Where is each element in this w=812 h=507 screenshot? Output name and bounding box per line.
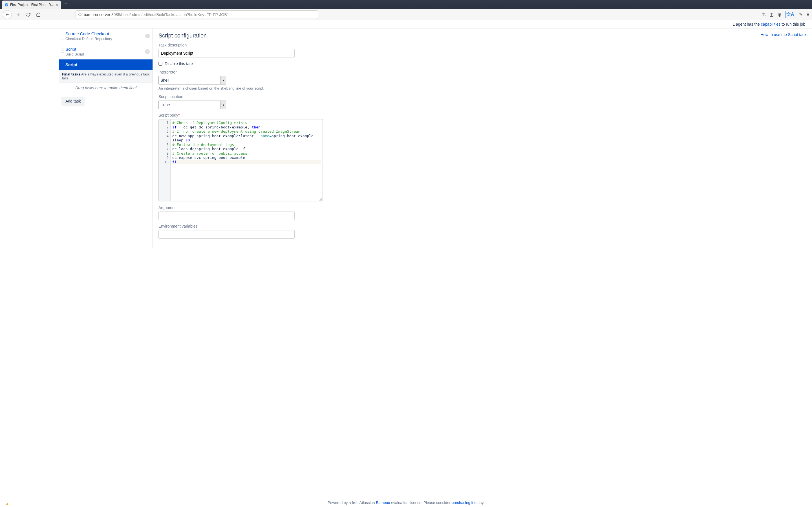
final-tasks-label: Final tasks — [62, 72, 80, 76]
env-vars-label: Environment variables — [158, 224, 806, 228]
argument-input[interactable] — [158, 212, 295, 220]
reload-icon — [26, 12, 31, 17]
env-vars-input[interactable] — [158, 230, 295, 238]
task-subtitle: Build Script — [65, 52, 149, 56]
drag-handle-icon[interactable] — [61, 47, 64, 56]
script-location-label: Script location — [158, 94, 806, 99]
home-button[interactable] — [35, 11, 42, 18]
arrow-right-icon — [16, 12, 20, 17]
task-title: Script — [65, 62, 149, 67]
delete-task-icon[interactable]: × — [145, 34, 150, 38]
translate-icon[interactable]: 文A — [785, 11, 795, 18]
forward-button[interactable] — [14, 11, 22, 18]
close-tab-icon[interactable]: × — [56, 3, 58, 7]
task-item-source-checkout[interactable]: Source Code Checkout Checkout Default Re… — [59, 29, 153, 44]
final-tasks-dropzone[interactable]: Drag tasks here to make them final — [59, 83, 153, 93]
bamboo-favicon — [4, 3, 8, 7]
browser-tab-strip: First Project - First Plan - Defau × + — [0, 0, 812, 9]
script-location-value: Inline — [160, 103, 170, 107]
help-link[interactable]: How to use the Script task — [760, 33, 806, 37]
task-list: Source Code Checkout Checkout Default Re… — [59, 29, 153, 248]
delete-task-icon[interactable]: × — [145, 49, 150, 54]
evernote-icon[interactable]: ✎ — [799, 12, 803, 17]
library-icon[interactable]: ⎍\ — [762, 12, 765, 17]
back-button[interactable] — [3, 10, 12, 19]
drag-handle-icon[interactable] — [61, 63, 64, 66]
argument-label: Argument — [158, 205, 806, 210]
account-icon[interactable]: ◉ — [777, 12, 781, 17]
arrow-left-icon — [5, 12, 10, 17]
browser-toolbar: bamboo-server:8085/build/admin/edit/edit… — [0, 9, 812, 20]
main-layout: Source Code Checkout Checkout Default Re… — [0, 29, 812, 248]
agent-notice-prefix: 1 agent has the — [732, 22, 761, 26]
agent-notice-suffix: to run this job — [780, 22, 805, 26]
script-location-select[interactable]: Inline — [158, 101, 226, 109]
interpreter-hint: An interpreter is chosen based on the sh… — [158, 86, 806, 91]
script-body-label: Script body* — [158, 113, 806, 117]
final-tasks-header: Final tasks Are always executed even if … — [59, 70, 153, 83]
search-icon — [78, 13, 82, 17]
new-tab-button[interactable]: + — [64, 1, 68, 7]
svg-point-1 — [79, 13, 81, 15]
content: Source Code Checkout Checkout Default Re… — [59, 29, 812, 248]
code-lines[interactable]: # Check if DeploymentConfig existsif ! o… — [170, 119, 322, 201]
interpreter-value: Shell — [160, 78, 169, 82]
disable-task-checkbox[interactable] — [158, 62, 162, 66]
script-config-panel: Script configuration How to use the Scri… — [153, 29, 812, 248]
capabilities-link[interactable]: capabilities — [761, 22, 780, 26]
task-title: Source Code Checkout — [65, 31, 149, 36]
left-gutter — [0, 29, 59, 248]
drag-handle-icon[interactable] — [61, 32, 64, 40]
agent-notice: 1 agent has the capabilities to run this… — [0, 20, 812, 29]
add-task-button[interactable]: Add task — [61, 97, 85, 106]
sidebar-icon[interactable]: ◫ — [769, 12, 774, 17]
browser-tab-title: First Project - First Plan - Defau — [10, 3, 55, 7]
url-host: bamboo-server — [84, 12, 110, 17]
reload-button[interactable] — [24, 11, 32, 18]
task-title: Script — [65, 47, 149, 52]
home-icon — [36, 12, 41, 17]
task-description-label: Task description — [158, 43, 806, 47]
task-subtitle: Checkout Default Repository — [65, 37, 149, 41]
menu-icon[interactable]: ≡ — [807, 12, 809, 17]
resize-handle-icon[interactable] — [319, 198, 322, 201]
script-body-editor[interactable]: 12345678910 # Check if DeploymentConfig … — [158, 119, 323, 202]
config-heading: Script configuration — [158, 33, 207, 39]
task-item-build-script[interactable]: Script Build Script × — [59, 44, 153, 59]
disable-task-label: Disable this task — [165, 61, 193, 66]
browser-tab[interactable]: First Project - First Plan - Defau × — [2, 1, 61, 9]
toolbar-right: ⎍\ ◫ ◉ 文A ✎ ≡ — [762, 11, 809, 18]
task-item-script-selected[interactable]: Script — [59, 59, 153, 70]
interpreter-label: Interpreter — [158, 70, 806, 74]
interpreter-select[interactable]: Shell — [158, 76, 226, 84]
line-number-gutter: 12345678910 — [159, 119, 170, 201]
page: 1 agent has the capabilities to run this… — [0, 20, 812, 248]
url-bar[interactable]: bamboo-server:8085/build/admin/edit/edit… — [75, 10, 318, 19]
url-path: :8085/build/admin/edit/editBuildTasks.ac… — [110, 12, 229, 17]
task-description-input[interactable] — [158, 49, 295, 57]
